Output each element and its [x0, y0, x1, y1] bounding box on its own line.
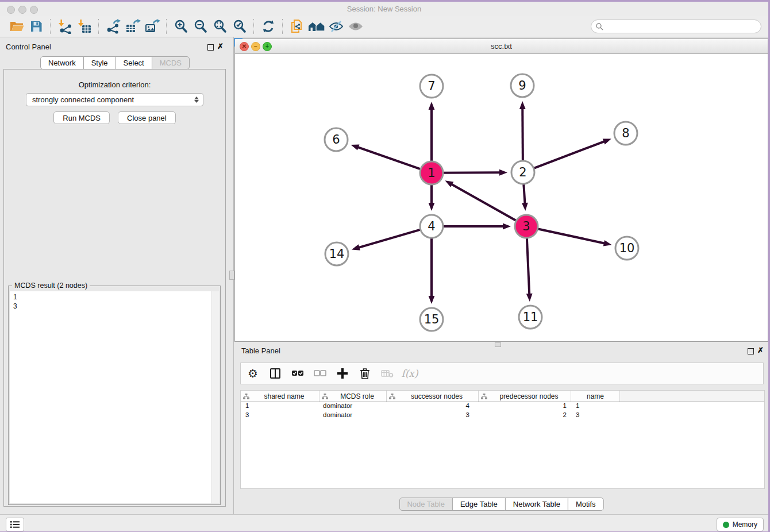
cell-name[interactable]: 1: [571, 402, 620, 411]
float-table-panel-icon[interactable]: [748, 348, 754, 354]
graph-node-7[interactable]: 7: [420, 75, 443, 98]
graph-node-1[interactable]: 1: [420, 161, 443, 184]
tab-edge-table[interactable]: Edge Table: [452, 498, 506, 511]
toolbar-separator: [282, 19, 283, 34]
column-header-shared-name[interactable]: shared name: [241, 391, 319, 402]
graph-node-11[interactable]: 11: [519, 306, 542, 329]
column-header-name[interactable]: name: [571, 391, 620, 402]
application-window: Session: New Session: [0, 0, 770, 532]
graph-node-15[interactable]: 15: [420, 308, 443, 331]
import-network-icon[interactable]: [55, 18, 75, 35]
memory-status-icon: [723, 522, 729, 528]
select-all-icon[interactable]: [291, 367, 304, 380]
refresh-icon[interactable]: [259, 18, 278, 35]
graph-node-3[interactable]: 3: [515, 215, 538, 238]
save-session-icon[interactable]: [26, 18, 46, 35]
graph-edge-3-11[interactable]: [526, 238, 533, 302]
graph-edge-3-10[interactable]: [538, 229, 612, 246]
cell-successor-nodes[interactable]: 3: [387, 411, 479, 421]
float-panel-icon[interactable]: [207, 44, 214, 51]
graph-edge-1-6[interactable]: [351, 144, 420, 169]
table-toolbar: ⚙ f(x): [240, 363, 764, 384]
zoom-out-icon[interactable]: [191, 18, 210, 35]
svg-text:10: 10: [619, 241, 635, 255]
graph-node-14[interactable]: 14: [325, 242, 348, 265]
first-neighbors-icon[interactable]: [287, 18, 307, 35]
graph-edge-3-1[interactable]: [445, 180, 516, 220]
graph-node-4[interactable]: 4: [420, 215, 443, 238]
column-header-successor-nodes[interactable]: successor nodes: [387, 391, 479, 402]
graph-node-2[interactable]: 2: [511, 161, 534, 184]
columns-icon[interactable]: [269, 367, 282, 380]
criterion-dropdown[interactable]: strongly connected component: [26, 93, 203, 106]
graph-edge-1-2[interactable]: [444, 169, 507, 176]
deselect-all-icon[interactable]: [314, 367, 326, 380]
svg-text:8: 8: [622, 126, 629, 140]
hide-graphics-icon[interactable]: [326, 18, 346, 35]
cell-successor-nodes[interactable]: 4: [387, 402, 479, 411]
zoom-in-icon[interactable]: [171, 18, 191, 35]
cell-shared-name[interactable]: 1: [241, 402, 319, 411]
import-table-icon[interactable]: [75, 18, 94, 35]
graph-edge-4-3[interactable]: [444, 223, 511, 230]
export-table-icon[interactable]: [123, 18, 143, 35]
search-input[interactable]: [603, 21, 761, 32]
tab-motifs[interactable]: Motifs: [568, 498, 604, 511]
column-header-mcds-role[interactable]: MCDS role: [319, 391, 387, 402]
tab-network[interactable]: Network: [40, 56, 84, 70]
svg-text:14: 14: [329, 247, 345, 261]
cell-predecessor-nodes[interactable]: 1: [479, 402, 571, 411]
mcds-result-group: MCDS result (2 nodes) 1 3: [8, 286, 221, 505]
svg-text:6: 6: [332, 133, 340, 147]
tab-node-table[interactable]: Node Table: [399, 498, 453, 511]
run-mcds-button[interactable]: Run MCDS: [53, 111, 110, 124]
close-table-panel-icon[interactable]: ✗: [757, 346, 764, 354]
table-row[interactable]: 1 dominator 4 1 1: [241, 402, 764, 411]
cell-mcds-role[interactable]: dominator: [319, 402, 387, 411]
graph-node-8[interactable]: 8: [614, 122, 637, 145]
table-row[interactable]: 3 dominator 3 2 3: [241, 411, 764, 421]
graph-edge-4-14[interactable]: [352, 230, 420, 250]
task-history-button[interactable]: [6, 518, 24, 531]
tab-mcds[interactable]: MCDS: [152, 56, 190, 70]
zoom-fit-icon[interactable]: [210, 18, 230, 35]
svg-text:11: 11: [523, 310, 538, 324]
delete-row-icon[interactable]: [359, 367, 371, 380]
cell-shared-name[interactable]: 3: [241, 411, 319, 421]
close-panel-icon[interactable]: ✗: [217, 43, 224, 50]
zoom-selected-icon[interactable]: [230, 18, 249, 35]
search-box[interactable]: [591, 20, 761, 33]
cell-predecessor-nodes[interactable]: 2: [479, 411, 571, 421]
show-graphics-icon[interactable]: [346, 18, 365, 35]
graph-node-9[interactable]: 9: [511, 74, 534, 97]
graph-node-6[interactable]: 6: [325, 128, 348, 151]
graph-edge-1-4[interactable]: [429, 185, 435, 211]
home-network-icon[interactable]: [307, 18, 326, 35]
criterion-value: strongly connected component: [32, 95, 134, 104]
network-canvas[interactable]: 7968124314101511: [235, 54, 768, 341]
tab-style[interactable]: Style: [83, 56, 116, 70]
export-network-icon[interactable]: [103, 18, 123, 35]
close-panel-button[interactable]: Close panel: [118, 111, 176, 124]
tab-select[interactable]: Select: [116, 56, 152, 70]
graph-edge-1-7[interactable]: [429, 102, 435, 161]
tab-network-table[interactable]: Network Table: [505, 498, 568, 511]
graph-edge-2-3[interactable]: [522, 184, 528, 211]
cell-mcds-role[interactable]: dominator: [319, 411, 387, 421]
graph-edge-2-9[interactable]: [519, 101, 526, 160]
network-frame-titlebar[interactable]: ✕ − + scc.txt: [235, 39, 768, 54]
vertical-splitter-handle[interactable]: [229, 271, 234, 280]
mcds-result-area[interactable]: 1 3: [10, 291, 219, 503]
gear-icon[interactable]: ⚙: [247, 367, 259, 380]
result-scrollbar[interactable]: [211, 291, 219, 503]
add-row-icon[interactable]: [336, 367, 349, 380]
network-graph[interactable]: 7968124314101511: [235, 54, 768, 341]
graph-edge-4-15[interactable]: [429, 238, 435, 304]
column-header-predecessor-nodes[interactable]: predecessor nodes: [479, 391, 571, 402]
export-image-icon[interactable]: [143, 18, 162, 35]
open-session-icon[interactable]: [7, 18, 26, 35]
memory-button[interactable]: Memory: [717, 518, 764, 531]
graph-edge-2-8[interactable]: [534, 139, 611, 168]
graph-node-10[interactable]: 10: [615, 237, 638, 260]
cell-name[interactable]: 3: [571, 411, 620, 421]
